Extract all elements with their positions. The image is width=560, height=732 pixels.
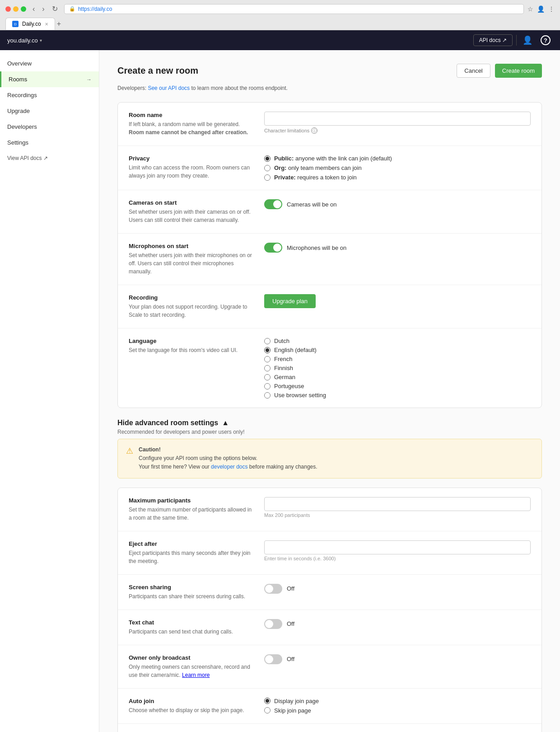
eject-after-desc: Eject participants this many seconds aft… [129, 549, 253, 565]
cameras-toggle-row: Cameras will be on [264, 199, 531, 209]
language-radio-group: Dutch English (default) French Finn [264, 338, 531, 399]
menu-button[interactable]: ⋮ [548, 5, 555, 13]
privacy-private-radio[interactable] [264, 174, 271, 181]
api-docs-button[interactable]: API docs ↗ [473, 34, 513, 46]
lang-finnish[interactable]: Finnish [264, 365, 531, 371]
recording-desc: Your plan does not support recording. Up… [129, 303, 253, 319]
privacy-org-option[interactable]: Org: only team members can join [264, 164, 531, 171]
text-chat-row: Text chat Participants can send text cha… [118, 610, 541, 645]
sidebar-item-settings[interactable]: Settings [0, 135, 99, 150]
bookmark-button[interactable]: ☆ [527, 5, 533, 13]
char-hint-text: Character limitations [264, 128, 309, 133]
lang-german[interactable]: German [264, 374, 531, 380]
auto-join-display[interactable]: Display join page [264, 698, 531, 704]
api-docs-label: API docs ↗ [479, 37, 507, 43]
sidebar-label-rooms: Rooms [9, 76, 27, 83]
lang-dutch-radio[interactable] [264, 338, 271, 344]
screen-sharing-toggle[interactable] [264, 584, 282, 594]
cameras-toggle[interactable] [264, 199, 282, 209]
create-room-button[interactable]: Create room [495, 64, 542, 78]
fullscreen-traffic-light[interactable] [21, 6, 26, 12]
learn-more-link[interactable]: Learn more [182, 672, 210, 678]
max-participants-desc: Set the maximum number of participants a… [129, 506, 253, 522]
user-icon-button[interactable]: 👤 [520, 33, 535, 47]
room-name-label: Room name [129, 112, 253, 118]
recording-control: Upgrade plan [264, 294, 531, 308]
microphones-toggle-label: Microphones will be on [287, 244, 346, 251]
cameras-control: Cameras will be on [264, 199, 531, 209]
url-text: https://daily.co [78, 6, 112, 12]
screen-sharing-label: Screen sharing [129, 584, 253, 591]
lang-german-radio[interactable] [264, 374, 271, 380]
active-tab[interactable]: D Daily.co ✕ [5, 18, 55, 30]
advanced-form-card: Maximum participants Set the maximum num… [117, 488, 542, 732]
api-docs-link[interactable]: See our API docs [148, 85, 190, 91]
lang-dutch[interactable]: Dutch [264, 338, 531, 344]
privacy-row: Privacy Limit who can access the room. R… [118, 146, 541, 190]
text-chat-desc: Participants can send text chat during c… [129, 628, 253, 636]
address-bar[interactable]: 🔒 https://daily.co [64, 4, 524, 14]
cancel-button[interactable]: Cancel [457, 64, 490, 78]
sidebar-external-link[interactable]: View API docs ↗ [0, 150, 99, 166]
sidebar-item-overview[interactable]: Overview [0, 56, 99, 71]
max-participants-input[interactable] [264, 497, 531, 511]
privacy-desc: Limit who can access the room. Room owne… [129, 164, 253, 180]
app-logo[interactable]: you.daily.co ▾ [7, 37, 42, 44]
language-row: Language Set the language for this room'… [118, 328, 541, 408]
lang-english[interactable]: English (default) [264, 347, 531, 353]
close-traffic-light[interactable] [5, 6, 11, 12]
sidebar-item-upgrade[interactable]: Upgrade [0, 103, 99, 119]
owner-broadcast-toggle[interactable] [264, 654, 282, 664]
text-chat-toggle[interactable] [264, 619, 282, 629]
lang-finnish-radio[interactable] [264, 365, 271, 371]
sidebar-item-developers[interactable]: Developers [0, 119, 99, 135]
eject-after-control: Enter time in seconds (i.e. 3600) [264, 540, 531, 561]
room-name-input[interactable] [264, 112, 531, 126]
back-button[interactable]: ‹ [30, 4, 37, 14]
lang-french-radio[interactable] [264, 356, 271, 362]
lang-browser-radio[interactable] [264, 392, 271, 399]
forward-button[interactable]: › [39, 4, 47, 14]
profile-button[interactable]: 👤 [537, 5, 545, 13]
lang-english-radio[interactable] [264, 347, 271, 353]
reload-button[interactable]: ↻ [49, 4, 61, 14]
sidebar-label-settings: Settings [7, 139, 28, 146]
tab-close-button[interactable]: ✕ [45, 22, 48, 27]
eject-after-input[interactable] [264, 540, 531, 554]
privacy-public-radio[interactable] [264, 155, 271, 162]
language-control: Dutch English (default) French Finn [264, 338, 531, 399]
developer-docs-link[interactable]: developer docs [211, 464, 247, 470]
room-name-control: Character limitations ⓘ [264, 112, 531, 134]
lang-french[interactable]: French [264, 356, 531, 362]
microphones-toggle[interactable] [264, 243, 282, 253]
privacy-private-option[interactable]: Private: requires a token to join [264, 174, 531, 181]
caution-icon: ⚠ [126, 446, 133, 456]
cameras-desc: Set whether users join with their camera… [129, 208, 253, 224]
privacy-public-option[interactable]: Public: anyone with the link can join (d… [264, 155, 531, 162]
lang-portuguese-radio[interactable] [264, 383, 271, 389]
text-chat-label: Text chat [129, 619, 253, 626]
sidebar-item-recordings[interactable]: Recordings [0, 87, 99, 103]
help-icon-button[interactable]: ? [538, 33, 553, 47]
auto-join-skip[interactable]: Skip join page [264, 707, 531, 714]
chevron-down-icon: ▾ [40, 38, 42, 43]
new-tab-button[interactable]: + [57, 20, 61, 28]
auto-join-skip-radio[interactable] [264, 707, 271, 713]
main-content: Create a new room Cancel Create room Dev… [99, 50, 560, 732]
text-chat-toggle-row: Off [264, 619, 531, 629]
text-chat-label-col: Text chat Participants can send text cha… [129, 619, 264, 636]
microphones-desc: Set whether users join with their microp… [129, 251, 253, 276]
auto-join-display-radio[interactable] [264, 698, 271, 704]
advanced-title-toggle[interactable]: Hide advanced room settings ▲ [117, 419, 542, 427]
privacy-org-radio[interactable] [264, 165, 271, 171]
max-participants-label-col: Maximum participants Set the maximum num… [129, 497, 264, 522]
caution-text: Caution! Configure your API room using t… [139, 446, 317, 472]
upgrade-plan-button[interactable]: Upgrade plan [264, 294, 316, 308]
cameras-toggle-slider [264, 199, 282, 209]
lock-icon: 🔒 [69, 6, 75, 12]
external-link-text: View API docs ↗ [7, 155, 48, 161]
minimize-traffic-light[interactable] [13, 6, 19, 12]
sidebar-item-rooms[interactable]: Rooms → [0, 71, 99, 87]
lang-portuguese[interactable]: Portugeuse [264, 383, 531, 389]
lang-browser[interactable]: Use browser setting [264, 392, 531, 399]
